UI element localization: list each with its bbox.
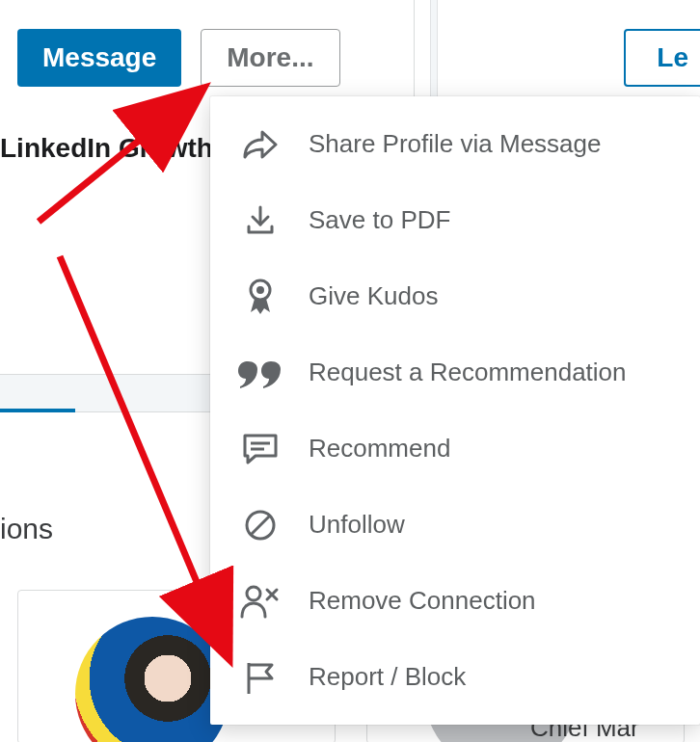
vertical-divider [414,0,415,100]
kudos-ribbon-icon [233,278,287,316]
menu-item-remove-connection[interactable]: Remove Connection [210,563,700,639]
menu-item-label: Share Profile via Message [309,129,601,159]
cancel-circle-icon [233,508,287,543]
learn-button-label: Le [657,42,688,72]
svg-point-1 [256,286,264,294]
download-icon [233,203,287,238]
menu-item-label: Unfollow [309,510,405,540]
menu-item-label: Save to PDF [309,205,450,235]
remove-user-icon [233,584,287,619]
menu-item-give-kudos[interactable]: Give Kudos [210,258,700,334]
menu-item-report-block[interactable]: Report / Block [210,639,700,715]
share-arrow-icon [233,128,287,161]
message-button[interactable]: Message [17,29,181,87]
more-button-label: More... [227,42,313,73]
menu-item-label: Remove Connection [309,586,536,616]
quotation-icon [233,358,287,388]
panel-gap [430,0,438,100]
headline-text-fragment: LinkedIn Growth [0,133,213,164]
section-heading-fragment: ions [0,513,53,545]
more-button[interactable]: More... [201,29,339,87]
menu-item-unfollow[interactable]: Unfollow [210,487,700,563]
menu-item-label: Report / Block [309,662,466,692]
menu-item-recommend[interactable]: Recommend [210,411,700,487]
menu-item-request-recommendation[interactable]: Request a Recommendation [210,334,700,411]
profile-actions-row: Message More... [17,29,340,87]
svg-line-5 [251,516,270,535]
menu-item-share-profile[interactable]: Share Profile via Message [210,106,700,182]
active-tab-underline [0,409,75,412]
svg-point-6 [247,587,260,600]
menu-item-label: Give Kudos [309,281,438,311]
menu-item-save-pdf[interactable]: Save to PDF [210,182,700,258]
message-button-label: Message [42,42,156,73]
section-gap [0,374,210,412]
menu-item-label: Request a Recommendation [309,358,627,387]
more-dropdown-menu: Share Profile via Message Save to PDF Gi… [210,96,700,725]
menu-item-label: Recommend [309,434,450,464]
comment-icon [233,433,287,465]
learn-button-fragment[interactable]: Le [624,29,700,87]
flag-icon [233,659,287,696]
